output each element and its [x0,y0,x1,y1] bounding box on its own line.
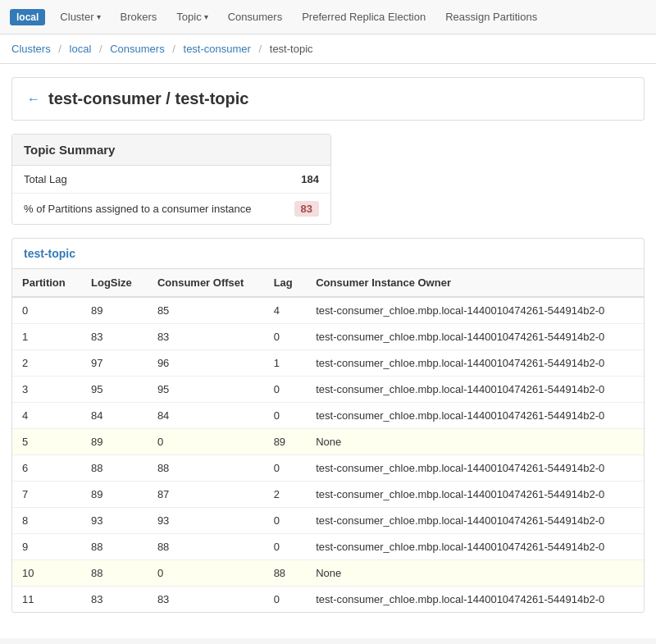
table-cell: 10 [12,560,81,587]
table-row: 1183830test-consumer_chloe.mbp.local-144… [12,587,644,613]
topic-section-header: test-topic [12,239,644,269]
table-cell: test-consumer_chloe.mbp.local-1440010474… [306,377,644,403]
summary-label: Total Lag [12,166,280,194]
table-row: 893930test-consumer_chloe.mbp.local-1440… [12,508,644,534]
nav-item-cluster[interactable]: Cluster [52,7,108,27]
table-cell: 1 [12,324,81,350]
table-cell: 93 [148,508,264,534]
column-header: Lag [264,269,307,297]
table-cell: 88 [81,455,148,482]
breadcrumb-clusters[interactable]: Clusters [11,43,51,55]
table-row: 1088088None [12,560,644,587]
table-cell: test-consumer_chloe.mbp.local-1440010474… [306,508,644,534]
table-cell: 87 [148,482,264,508]
nav-item-reassign[interactable]: Reassign Partitions [437,7,545,27]
nav-brand[interactable]: local [10,9,45,25]
highlight-badge: 83 [294,201,319,217]
table-cell: test-consumer_chloe.mbp.local-1440010474… [306,482,644,508]
table-cell: None [306,560,644,587]
table-cell: 95 [81,377,148,403]
table-row: 089854test-consumer_chloe.mbp.local-1440… [12,297,644,324]
breadcrumb: Clusters / local / Consumers / test-cons… [0,34,656,64]
table-cell: 89 [81,482,148,508]
summary-row: % of Partitions assigned to a consumer i… [12,194,330,225]
column-header: LogSize [81,269,148,297]
table-cell: test-consumer_chloe.mbp.local-1440010474… [306,587,644,613]
main-content: ← test-consumer / test-topic Topic Summa… [0,64,656,638]
table-cell: test-consumer_chloe.mbp.local-1440010474… [306,534,644,560]
table-cell: 83 [148,324,264,350]
table-cell: 2 [12,350,81,377]
page-title-area: ← test-consumer / test-topic [11,77,645,121]
nav-item-topic[interactable]: Topic [168,7,216,27]
table-cell: None [306,429,644,455]
summary-row: Total Lag184 [12,166,330,194]
table-cell: 11 [12,587,81,613]
table-cell: 89 [81,429,148,455]
table-row: 789872test-consumer_chloe.mbp.local-1440… [12,482,644,508]
page-title: test-consumer / test-topic [48,89,248,108]
breadcrumb-test-consumer[interactable]: test-consumer [184,43,251,55]
table-cell: 0 [148,429,264,455]
table-cell: 88 [264,560,307,587]
table-cell: test-consumer_chloe.mbp.local-1440010474… [306,350,644,377]
data-table: PartitionLogSizeConsumer OffsetLagConsum… [12,269,644,612]
nav-item-brokers[interactable]: Brokers [112,7,166,27]
table-cell: 0 [264,377,307,403]
table-cell: 3 [12,377,81,403]
table-cell: 84 [81,403,148,429]
table-cell: 83 [81,324,148,350]
table-cell: 2 [264,482,307,508]
column-header: Consumer Offset [148,269,264,297]
table-cell: 89 [81,297,148,324]
column-header: Partition [12,269,81,297]
column-header: Consumer Instance Owner [306,269,644,297]
table-row: 297961test-consumer_chloe.mbp.local-1440… [12,350,644,377]
table-cell: test-consumer_chloe.mbp.local-1440010474… [306,297,644,324]
table-cell: test-consumer_chloe.mbp.local-1440010474… [306,403,644,429]
table-cell: 96 [148,350,264,377]
breadcrumb-current: test-topic [270,43,313,55]
table-row: 484840test-consumer_chloe.mbp.local-1440… [12,403,644,429]
table-cell: 0 [264,534,307,560]
table-cell: test-consumer_chloe.mbp.local-1440010474… [306,324,644,350]
table-cell: 7 [12,482,81,508]
summary-value: 184 [280,166,330,194]
table-cell: 0 [148,560,264,587]
table-cell: 1 [264,350,307,377]
table-cell: 93 [81,508,148,534]
table-cell: 6 [12,455,81,482]
table-cell: 9 [12,534,81,560]
nav-item-preferred-replica[interactable]: Preferred Replica Election [294,7,434,27]
breadcrumb-local[interactable]: local [70,43,92,55]
table-cell: 0 [264,587,307,613]
table-cell: 0 [264,324,307,350]
table-cell: 84 [148,403,264,429]
table-cell: 83 [81,587,148,613]
back-arrow[interactable]: ← [27,92,40,107]
table-cell: 88 [81,560,148,587]
table-row: 183830test-consumer_chloe.mbp.local-1440… [12,324,644,350]
table-row: 988880test-consumer_chloe.mbp.local-1440… [12,534,644,560]
table-cell: 4 [264,297,307,324]
table-cell: 89 [264,429,307,455]
table-row: 688880test-consumer_chloe.mbp.local-1440… [12,455,644,482]
summary-header: Topic Summary [12,135,330,166]
summary-value: 83 [280,194,330,225]
topic-section: test-topic PartitionLogSizeConsumer Offs… [11,238,645,613]
table-cell: 8 [12,508,81,534]
table-cell: 0 [264,455,307,482]
table-cell: 83 [148,587,264,613]
nav-item-consumers[interactable]: Consumers [220,7,290,27]
table-cell: 0 [12,297,81,324]
table-cell: test-consumer_chloe.mbp.local-1440010474… [306,455,644,482]
table-cell: 88 [81,534,148,560]
table-cell: 5 [12,429,81,455]
table-row: 589089None [12,429,644,455]
summary-box: Topic Summary Total Lag184% of Partition… [11,134,331,225]
table-cell: 0 [264,403,307,429]
table-cell: 0 [264,508,307,534]
breadcrumb-consumers[interactable]: Consumers [110,43,164,55]
summary-label: % of Partitions assigned to a consumer i… [12,194,280,225]
table-cell: 4 [12,403,81,429]
